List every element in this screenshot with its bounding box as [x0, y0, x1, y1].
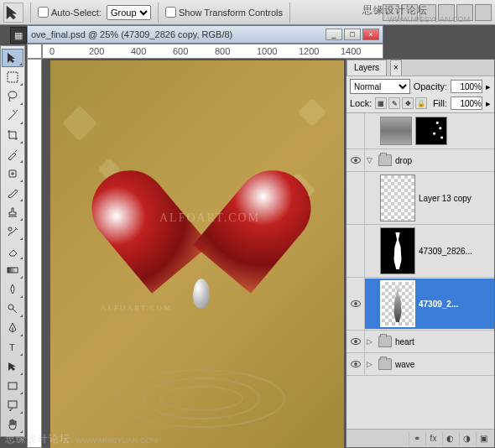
visibility-toggle[interactable]: [346, 278, 365, 330]
stamp-tool[interactable]: [2, 203, 23, 221]
marquee-tool[interactable]: [2, 68, 23, 86]
folder-icon: [378, 336, 392, 347]
visibility-toggle[interactable]: [346, 149, 365, 171]
footer-watermark: 思缘设计论坛: [5, 432, 70, 446]
layer-row[interactable]: 47309_2826...: [346, 225, 494, 278]
close-button[interactable]: ×: [362, 29, 379, 40]
notes-tool[interactable]: [2, 396, 23, 414]
move-tool[interactable]: [2, 49, 23, 67]
canvas-viewport[interactable]: ALFOART.COM ALFOART.COM: [42, 59, 368, 448]
eyedropper-tool[interactable]: [2, 145, 23, 164]
visibility-toggle[interactable]: [346, 225, 365, 277]
lock-pixels-icon[interactable]: ✎: [388, 97, 400, 109]
rectangle-tool[interactable]: [2, 377, 23, 395]
dodge-tool[interactable]: [2, 300, 23, 318]
crop-tool[interactable]: [2, 126, 23, 144]
layer-name[interactable]: heart: [395, 337, 414, 346]
blend-mode-dropdown[interactable]: Normal: [350, 79, 410, 94]
fill-label: Fill:: [433, 98, 447, 108]
expand-arrow-icon[interactable]: ▽: [367, 156, 375, 164]
expand-arrow-icon[interactable]: ▷: [367, 360, 375, 368]
layer-name[interactable]: 47309_2826...: [419, 247, 472, 256]
layer-style-icon[interactable]: fx: [425, 432, 440, 445]
fill-input[interactable]: [451, 96, 482, 110]
maximize-button[interactable]: □: [344, 29, 361, 40]
history-brush-tool[interactable]: [2, 222, 23, 241]
divider: [289, 3, 290, 23]
layer-mask-icon[interactable]: ◐: [442, 432, 457, 445]
align-right-icon[interactable]: [475, 4, 492, 21]
lock-label: Lock:: [350, 98, 372, 108]
layer-thumbnail[interactable]: [380, 227, 415, 274]
layers-panel-footer: ⚭ fx ◐ ◑ ▣: [346, 429, 494, 447]
layer-group-drop[interactable]: ▽ drop: [346, 149, 494, 172]
layers-tab[interactable]: Layers: [346, 60, 387, 76]
layer-thumbnail[interactable]: [380, 117, 412, 145]
eye-icon: [351, 157, 361, 164]
layer-name[interactable]: drop: [395, 156, 412, 165]
wand-tool[interactable]: [2, 107, 23, 125]
lock-transparency-icon[interactable]: ▦: [375, 97, 387, 109]
arrange-documents-icon[interactable]: ▦: [10, 27, 27, 44]
visibility-toggle[interactable]: [346, 113, 365, 148]
tools-palette: T: [0, 45, 25, 437]
layer-thumbnail[interactable]: [380, 280, 415, 327]
document-titlebar[interactable]: ove_final.psd @ 25% (47309_2826 copy, RG…: [27, 25, 383, 44]
expand-arrow-icon[interactable]: ▷: [367, 337, 375, 346]
eraser-tool[interactable]: [2, 242, 23, 260]
fill-flyout-icon[interactable]: ▸: [486, 98, 491, 109]
show-transform-label: Show Transform Controls: [179, 8, 283, 18]
visibility-toggle[interactable]: [346, 353, 365, 375]
gradient-tool[interactable]: [2, 261, 23, 279]
vertical-ruler[interactable]: [27, 59, 42, 448]
move-tool-preset-icon[interactable]: [3, 3, 23, 23]
link-layers-icon[interactable]: ⚭: [409, 432, 424, 445]
adjustment-layer-icon[interactable]: ◑: [459, 432, 474, 445]
blur-tool[interactable]: [2, 280, 23, 299]
layer-row-selected[interactable]: 47309_2...: [346, 278, 494, 331]
minimize-button[interactable]: _: [326, 29, 342, 40]
close-tab-icon[interactable]: ×: [390, 60, 402, 76]
svg-point-1: [8, 91, 17, 98]
lasso-tool[interactable]: [2, 87, 23, 106]
layer-group-wave[interactable]: ▷ wave: [346, 353, 494, 376]
type-tool[interactable]: T: [2, 338, 23, 357]
opacity-flyout-icon[interactable]: ▸: [486, 81, 491, 92]
svg-point-3: [8, 227, 12, 231]
layer-name[interactable]: 47309_2...: [419, 300, 458, 309]
opacity-label: Opacity:: [414, 81, 447, 91]
layer-name[interactable]: Layer 13 copy: [419, 194, 472, 203]
visibility-toggle[interactable]: [346, 331, 365, 352]
svg-rect-0: [8, 72, 18, 82]
opacity-input[interactable]: [451, 80, 482, 93]
path-select-tool[interactable]: [2, 357, 23, 376]
pen-tool[interactable]: [2, 319, 23, 337]
auto-select-dropdown[interactable]: Group: [107, 5, 151, 20]
canvas-watermark-small: ALFOART.COM: [101, 304, 172, 312]
visibility-toggle[interactable]: [346, 172, 365, 224]
brush-tool[interactable]: [2, 184, 23, 202]
divider: [30, 3, 31, 23]
layer-group-heart[interactable]: ▷ heart: [346, 331, 494, 353]
layers-panel: Layers × Normal Opacity: ▸ Lock: ▦ ✎ ✥ 🔒…: [346, 59, 495, 448]
layer-thumbnail[interactable]: [380, 175, 415, 221]
horizontal-ruler[interactable]: 0 200 400 600 800 1000 1200 1400: [42, 44, 383, 59]
ruler-origin[interactable]: [27, 44, 42, 59]
lock-position-icon[interactable]: ✥: [402, 97, 414, 109]
lock-all-icon[interactable]: 🔒: [415, 97, 427, 109]
healing-tool[interactable]: [2, 164, 23, 183]
mask-thumbnail[interactable]: [415, 117, 447, 145]
heart-artwork: [126, 128, 277, 262]
show-transform-checkbox[interactable]: Show Transform Controls: [165, 7, 283, 18]
layer-name[interactable]: wave: [395, 360, 414, 369]
new-group-icon[interactable]: ▣: [476, 432, 491, 445]
hand-tool[interactable]: [2, 415, 23, 434]
auto-select-label: Auto-Select:: [51, 8, 102, 18]
document-window: ove_final.psd @ 25% (47309_2826 copy, RG…: [27, 25, 383, 448]
canvas[interactable]: ALFOART.COM ALFOART.COM: [50, 60, 344, 448]
eye-icon: [351, 361, 361, 367]
layer-row[interactable]: [346, 113, 494, 149]
layer-row[interactable]: Layer 13 copy: [346, 172, 494, 225]
auto-select-checkbox[interactable]: Auto-Select:: [38, 7, 102, 18]
svg-rect-7: [8, 383, 17, 389]
